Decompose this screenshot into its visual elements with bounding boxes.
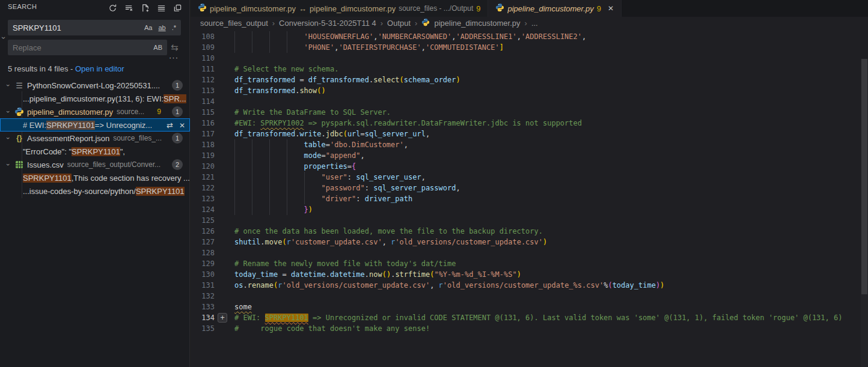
code-line[interactable]: 132 (191, 291, 868, 302)
match-case-icon[interactable]: Aa (142, 23, 154, 32)
search-result-match-row[interactable]: ...issue-codes-by-source/python/SPRKPY11… (0, 184, 190, 198)
code-line[interactable]: 133some (191, 302, 868, 312)
match-text: ...pipeline_dimcustomer.py(131, 6): EWI: (23, 94, 164, 103)
line-number: 118 (191, 139, 215, 150)
new-search-editor-icon[interactable] (139, 2, 151, 14)
code-line[interactable]: 112df_transformed = df_transformed.selec… (191, 74, 868, 85)
breadcrumb-item[interactable]: source_files_output (200, 19, 268, 28)
code-line[interactable]: 118 table='dbo.DimCustomer', (191, 139, 868, 150)
search-result-match-row[interactable]: # EWI: SPRKPY1101 => Unrecogniz...⇄✕ (0, 118, 190, 132)
code-line[interactable]: 128 (191, 247, 868, 258)
code-line[interactable]: 120 properties={ (191, 161, 868, 172)
code-text: shutil.move(r'customer_update.csv', r'ol… (234, 237, 547, 247)
search-result-file-row[interactable]: ›{}AssessmentReport.jsonsource_files_...… (0, 132, 190, 145)
breadcrumb-item[interactable]: ... (531, 19, 538, 28)
problems-count: 9 (157, 108, 161, 116)
code-line[interactable]: 116#EWI: SPRKPY1002 => pyspark.sql.readw… (191, 118, 868, 129)
code-text: # rogue code that doesn't make any sense… (234, 323, 430, 334)
code-line[interactable]: 124 }) (191, 204, 868, 215)
tab-file-b: pipeline_dimcustomer.py (310, 4, 396, 13)
code-text: # Select the new schema. (234, 64, 338, 74)
code-line[interactable]: 125 (191, 215, 868, 226)
replace-input[interactable] (8, 43, 151, 52)
match-highlight: SPRKPY1101 (46, 121, 95, 130)
find-match-highlight: SPRKPY1101 (265, 314, 308, 322)
code-line[interactable]: 115# Write the DataFrame to SQL Server. (191, 107, 868, 118)
regex-icon[interactable]: .* (170, 23, 178, 32)
code-editor[interactable]: 108 'HOUSEOWNERFLAG','NUMBERCARSOWNED','… (191, 29, 868, 367)
chevron-down-icon[interactable]: › (4, 108, 13, 115)
code-line[interactable]: 113df_transformed.show() (191, 85, 868, 96)
clear-results-icon[interactable] (123, 2, 135, 14)
code-line[interactable]: 129# Rename the newly moved file with to… (191, 258, 868, 269)
search-result-file-row[interactable]: ›☰PythonSnowConvert-Log-20250531....1 (0, 79, 190, 92)
code-text: today_time = datetime.datetime.now().str… (234, 269, 521, 280)
breadcrumb-item[interactable]: pipeline_dimcustomer.py (434, 19, 520, 28)
results-summary: 5 results in 4 files - Open in editor (8, 64, 124, 73)
tab-pipeline-dimcustomer[interactable]: pipeline_dimcustomer.py 9 ✕ (488, 0, 622, 17)
code-line[interactable]: 108 'HOUSEOWNERFLAG','NUMBERCARSOWNED','… (191, 31, 868, 42)
log-file-icon: ☰ (14, 80, 24, 90)
chevron-down-icon[interactable]: › (4, 82, 13, 89)
vscode-window: SEARCH › Aa ab .* AB ⇆ ··· 5 r (0, 0, 868, 367)
search-input[interactable] (8, 23, 142, 32)
breadcrumb-item[interactable]: Conversion-5-31-2025T11 4 (279, 19, 376, 28)
preserve-case-icon[interactable]: AB (151, 43, 164, 52)
view-as-list-icon[interactable] (155, 2, 167, 14)
code-line[interactable]: 131os.rename(r'old_versions/customer_upd… (191, 280, 868, 291)
toggle-replace-chevron-icon[interactable]: › (0, 31, 7, 44)
search-result-file-row[interactable]: ›pipeline_dimcustomer.pysource...91 (0, 105, 190, 118)
open-in-editor-link[interactable]: Open in editor (75, 64, 124, 73)
code-line[interactable]: 111# Select the new schema. (191, 64, 868, 74)
search-field: Aa ab .* (8, 20, 181, 35)
code-line[interactable]: 119 mode="append", (191, 150, 868, 161)
code-line[interactable]: 126# once the data has been loaded, move… (191, 226, 868, 237)
code-line[interactable]: 134+# EWI: SPRKPY1101 => Unrecognized or… (191, 312, 868, 323)
code-line[interactable]: 135# rogue code that doesn't make any se… (191, 323, 868, 334)
scrollbar-thumb[interactable] (861, 59, 867, 294)
refresh-icon[interactable] (106, 2, 118, 14)
code-line[interactable]: 123 "driver": driver_path (191, 193, 868, 204)
line-number: 115 (191, 107, 215, 118)
tab-problems-badge: 9 (476, 4, 480, 13)
code-line[interactable]: 127shutil.move(r'customer_update.csv', r… (191, 237, 868, 247)
tab-file-name: pipeline_dimcustomer.py (507, 4, 593, 13)
collapse-all-icon[interactable] (171, 2, 183, 14)
chevron-down-icon[interactable]: › (4, 161, 13, 168)
match-highlight: SPR... (164, 94, 186, 103)
code-line[interactable]: 117df_transformed.write.jdbc(url=sql_ser… (191, 129, 868, 139)
replace-icon[interactable]: ⇄ (167, 121, 173, 130)
close-icon[interactable]: ✕ (608, 4, 614, 13)
breadcrumb-item[interactable]: Output (387, 19, 411, 28)
chevron-right-icon: › (525, 19, 527, 28)
chevron-down-icon[interactable]: › (4, 135, 13, 142)
line-number: 135 (191, 323, 215, 334)
code-text: some (234, 302, 252, 312)
code-text: }) (234, 204, 313, 215)
search-details-toggle-icon[interactable]: ··· (169, 53, 179, 62)
code-line[interactable]: 109 'PHONE','DATEFIRSTPURCHASE','COMMUTE… (191, 42, 868, 53)
code-line[interactable]: 121 "user": sql_server_user, (191, 172, 868, 183)
editor-group: pipeline_dimcustomer.py ↔ pipeline_dimcu… (191, 0, 868, 367)
match-text: "ErrorCode": " (23, 147, 72, 156)
editor-scrollbar[interactable] (861, 59, 868, 367)
search-result-match-row[interactable]: ...pipeline_dimcustomer.py(131, 6): EWI:… (0, 92, 190, 105)
line-number: 133 (191, 302, 215, 312)
tab-diff-pipeline-dimcustomer[interactable]: pipeline_dimcustomer.py ↔ pipeline_dimcu… (191, 0, 488, 17)
search-result-match-row[interactable]: SPRKPY1101,This code section has recover… (0, 171, 190, 184)
add-comment-icon[interactable]: + (218, 313, 227, 323)
line-number: 122 (191, 183, 215, 193)
search-result-match-row[interactable]: "ErrorCode": "SPRKPY1101", (0, 145, 190, 158)
results-count-text: 5 results in 4 files - (8, 64, 75, 73)
code-line[interactable]: 122 "password": sql_server_password, (191, 183, 868, 193)
whole-word-icon[interactable]: ab (156, 23, 167, 32)
dismiss-icon[interactable]: ✕ (179, 121, 185, 130)
replace-all-icon[interactable]: ⇆ (171, 42, 179, 53)
match-text: # EWI: (23, 121, 46, 130)
code-line[interactable]: 130today_time = datetime.datetime.now().… (191, 269, 868, 280)
search-result-file-row[interactable]: ›Issues.csvsource_files_output/Conver...… (0, 158, 190, 171)
json-file-icon: {} (14, 133, 24, 143)
code-line[interactable]: 110 (191, 53, 868, 64)
line-number: 116 (191, 118, 215, 129)
code-line[interactable]: 114 (191, 96, 868, 107)
